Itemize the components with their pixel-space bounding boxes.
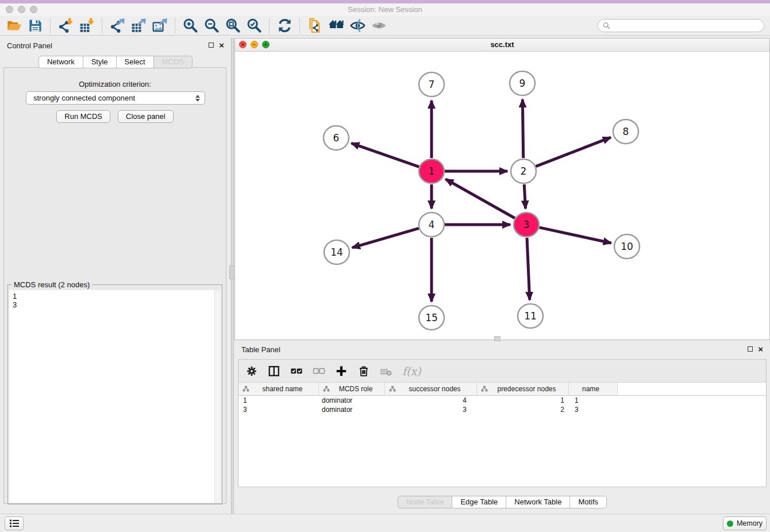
node-10[interactable]: 10 — [614, 234, 640, 259]
edge-2-3[interactable] — [524, 184, 525, 209]
column-header-predecessor-nodes[interactable]: predecessor nodes — [477, 383, 569, 395]
delete-row-icon — [357, 365, 370, 377]
node-14[interactable]: 14 — [324, 240, 349, 264]
horizontal-splitter-handle[interactable] — [494, 336, 500, 341]
node-15[interactable]: 15 — [419, 306, 444, 330]
table-row[interactable]: 3dominator323 — [238, 405, 766, 414]
zoom-selected-button[interactable] — [244, 17, 265, 34]
edge-2-9[interactable] — [522, 99, 523, 158]
column-label: name — [569, 385, 617, 393]
edge-3-10[interactable] — [539, 228, 611, 243]
node-1[interactable]: 1 — [419, 159, 444, 183]
add-row-button[interactable] — [335, 365, 348, 377]
edge-1-6[interactable] — [351, 143, 419, 167]
node-label: 11 — [524, 310, 537, 322]
edge-2-8[interactable] — [536, 137, 610, 167]
table-panel: Table Panel × f(x) shared name MCDS role… — [234, 342, 770, 514]
close-icon[interactable]: × — [219, 42, 224, 48]
cell-MCDS-role[interactable]: dominator — [319, 406, 385, 414]
tab-select[interactable]: Select — [117, 56, 154, 68]
import-network-button[interactable] — [55, 17, 76, 34]
function-builder-button[interactable]: f(x) — [402, 365, 421, 377]
toolbar-separator — [175, 18, 176, 33]
refresh-button[interactable] — [274, 17, 295, 34]
edge-4-14[interactable] — [352, 228, 419, 248]
node-11[interactable]: 11 — [518, 304, 543, 328]
first-neighbors-button[interactable] — [326, 17, 347, 34]
column-header-successor-nodes[interactable]: successor nodes — [385, 383, 477, 395]
zoom-in-button[interactable] — [180, 17, 201, 34]
node-8[interactable]: 8 — [613, 119, 638, 144]
open-session-button[interactable] — [3, 17, 25, 34]
import-table-button[interactable] — [76, 17, 98, 34]
cell-predecessor-nodes[interactable]: 2 — [477, 406, 569, 414]
criterion-select[interactable]: strongly connected component — [26, 91, 205, 105]
tab-network-table[interactable]: Network Table — [506, 496, 570, 508]
export-table-button[interactable] — [128, 17, 149, 34]
close-panel-button[interactable]: Close panel — [118, 110, 174, 123]
task-history-button[interactable] — [5, 516, 24, 530]
select-all-icon — [290, 365, 303, 377]
network-window-titlebar[interactable]: × − + scc.txt — [235, 38, 769, 52]
edge-3-11[interactable] — [527, 238, 530, 300]
tab-edge-table[interactable]: Edge Table — [452, 496, 506, 508]
cell-shared-name[interactable]: 3 — [238, 406, 319, 414]
cell-name[interactable]: 3 — [569, 406, 618, 414]
cell-MCDS-role[interactable]: dominator — [319, 396, 385, 404]
hide-selected-button[interactable] — [347, 17, 368, 34]
cell-name[interactable]: 1 — [569, 396, 618, 404]
delete-row-button[interactable] — [357, 365, 370, 377]
tab-node-table[interactable]: Node Table — [398, 496, 453, 508]
show-all-button[interactable] — [368, 17, 390, 34]
network-canvas[interactable]: 7968124314101511 — [235, 51, 769, 340]
run-mcds-button[interactable]: Run MCDS — [56, 110, 110, 123]
network-zoom-button[interactable]: + — [262, 41, 270, 48]
mcds-result-text[interactable]: 1 3 — [9, 290, 215, 503]
node-2[interactable]: 2 — [511, 159, 536, 183]
table-row[interactable]: 1dominator411 — [238, 396, 766, 405]
close-icon[interactable]: × — [758, 346, 763, 352]
node-label: 7 — [429, 79, 435, 90]
mcds-result-title: MCDS result (2 nodes) — [11, 280, 92, 289]
tab-motifs[interactable]: Motifs — [570, 496, 607, 508]
new-network-from-selection-button[interactable] — [305, 17, 326, 34]
export-image-button[interactable] — [149, 17, 171, 34]
float-panel-icon[interactable] — [209, 43, 214, 48]
open-session-icon — [6, 18, 22, 33]
column-header-name[interactable]: name — [569, 383, 618, 395]
node-7[interactable]: 7 — [419, 72, 444, 97]
node-9[interactable]: 9 — [510, 71, 535, 95]
cell-shared-name[interactable]: 1 — [238, 396, 319, 404]
zoom-fit-button[interactable] — [222, 17, 244, 34]
search-input[interactable] — [613, 21, 764, 30]
cell-predecessor-nodes[interactable]: 1 — [477, 396, 569, 404]
result-scrollbar[interactable] — [214, 290, 221, 503]
export-network-button[interactable] — [107, 17, 128, 34]
select-all-button[interactable] — [290, 365, 303, 377]
delete-table-button[interactable] — [380, 365, 392, 377]
node-4[interactable]: 4 — [419, 213, 444, 237]
node-3[interactable]: 3 — [514, 213, 539, 237]
network-close-button[interactable]: × — [239, 41, 247, 48]
node-6[interactable]: 6 — [324, 126, 349, 150]
tab-mcds[interactable]: MCDS — [154, 56, 192, 68]
float-panel-icon[interactable] — [748, 346, 753, 352]
search-box[interactable] — [598, 19, 764, 32]
show-all-icon — [371, 18, 387, 33]
column-header-shared-name[interactable]: shared name — [238, 383, 319, 395]
save-session-button[interactable] — [25, 17, 46, 34]
tab-style[interactable]: Style — [83, 56, 117, 68]
network-minimize-button[interactable]: − — [251, 41, 258, 48]
cell-successor-nodes[interactable]: 4 — [385, 396, 477, 404]
cell-successor-nodes[interactable]: 3 — [385, 406, 477, 414]
columns-button[interactable] — [268, 365, 280, 377]
select-stepper-icon — [193, 95, 202, 102]
deselect-all-button[interactable] — [313, 365, 325, 377]
memory-button[interactable]: Memory — [723, 516, 767, 530]
node-label: 10 — [621, 241, 633, 252]
tab-network[interactable]: Network — [38, 56, 83, 68]
zoom-out-button[interactable] — [201, 17, 222, 34]
settings-button[interactable] — [245, 365, 258, 377]
column-header-MCDS-role[interactable]: MCDS role — [319, 383, 385, 395]
edge-3-1[interactable] — [445, 179, 515, 218]
